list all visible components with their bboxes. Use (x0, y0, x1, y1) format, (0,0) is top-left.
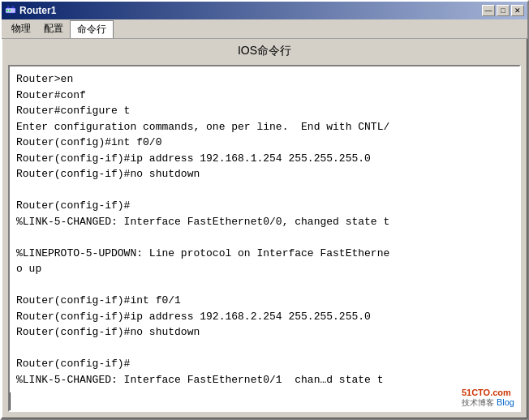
svg-point-1 (6, 10, 8, 11)
terminal-scroll[interactable]: Router>en Router#conf Router#configure t… (10, 66, 519, 410)
menu-item-cli[interactable]: 命令行 (70, 20, 114, 38)
terminal-container: Router>en Router#conf Router#configure t… (8, 65, 521, 412)
watermark-site: 51CTO.com (462, 388, 511, 397)
router-icon (5, 5, 16, 16)
watermark-blog: Blog (497, 397, 514, 407)
watermark-subtitle: 技术博客 (462, 398, 494, 407)
menu-item-config[interactable]: 配置 (37, 20, 70, 37)
page-heading: IOS命令行 (2, 39, 527, 62)
menu-item-physics[interactable]: 物理 (5, 20, 37, 37)
minimize-button[interactable]: — (482, 5, 495, 16)
watermark: 51CTO.com 技术博客 Blog (457, 386, 519, 410)
title-bar: Router1 — □ ✕ (2, 2, 527, 19)
main-window: Router1 — □ ✕ 物理 配置 命令行 IOS命令行 Router>en… (0, 0, 529, 420)
svg-point-2 (9, 10, 11, 11)
menu-bar: 物理 配置 命令行 (2, 19, 527, 39)
maximize-button[interactable]: □ (497, 5, 510, 16)
title-bar-buttons: — □ ✕ (482, 5, 524, 16)
title-bar-left: Router1 (5, 5, 56, 16)
close-button[interactable]: ✕ (511, 5, 524, 16)
window-title: Router1 (19, 5, 56, 16)
terminal-content: Router>en Router#conf Router#configure t… (10, 66, 519, 392)
